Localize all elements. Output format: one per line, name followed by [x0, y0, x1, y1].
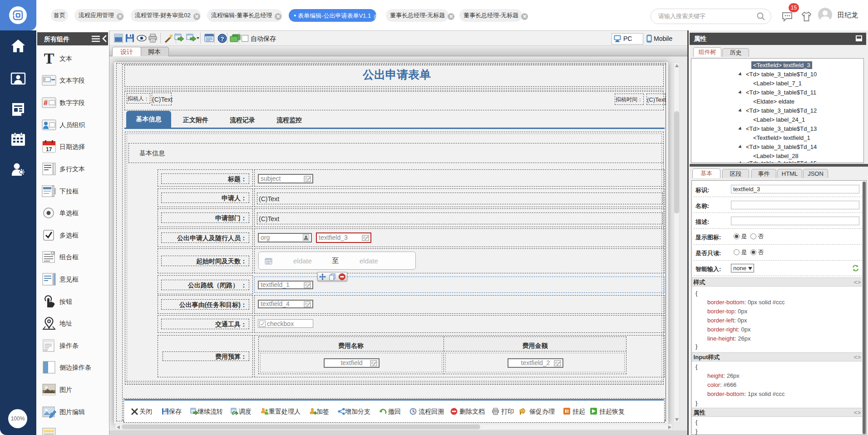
svg-text:?: ? [221, 35, 224, 42]
svg-text:17: 17 [46, 146, 52, 153]
svg-text:#: # [44, 99, 48, 107]
